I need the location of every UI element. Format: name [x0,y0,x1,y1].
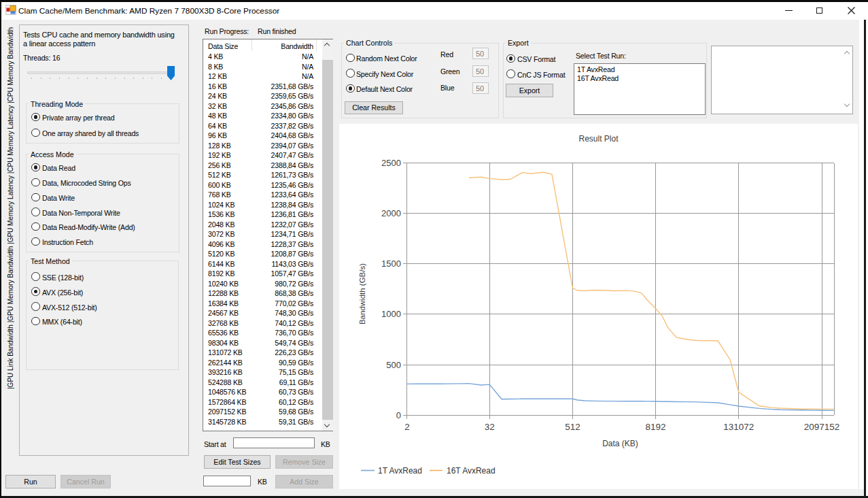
svg-text:2: 2 [404,422,410,432]
svg-text:0: 0 [396,410,401,420]
svg-text:Bandwidth (GB/s): Bandwidth (GB/s) [358,263,366,325]
svg-text:1500: 1500 [381,259,401,269]
svg-text:Data (KB): Data (KB) [602,439,638,448]
svg-text:16T AvxRead: 16T AvxRead [447,466,496,476]
svg-text:500: 500 [386,360,401,370]
svg-text:1T AvxRead: 1T AvxRead [378,466,422,476]
svg-text:2097152: 2097152 [804,422,840,432]
svg-text:1000: 1000 [381,309,401,319]
svg-text:131072: 131072 [723,422,754,432]
svg-text:32: 32 [485,422,495,432]
svg-text:Result Plot: Result Plot [578,134,619,144]
svg-text:2000: 2000 [381,208,401,218]
svg-text:8192: 8192 [646,422,666,432]
svg-text:2500: 2500 [381,158,401,168]
svg-text:512: 512 [565,422,580,432]
